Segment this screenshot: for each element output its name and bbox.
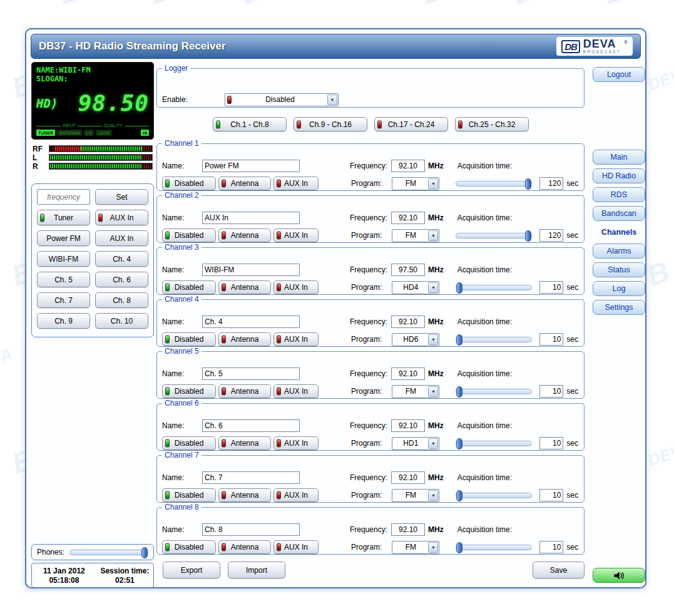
preset-button-ch4[interactable]: Ch. 4 bbox=[95, 251, 148, 267]
preset-button-power-fm[interactable]: Power FM bbox=[37, 230, 90, 246]
channel-frequency-input[interactable] bbox=[391, 419, 425, 432]
nav-item-settings[interactable]: Settings bbox=[593, 300, 645, 315]
channel-aux-in-button[interactable]: AUX In bbox=[273, 332, 319, 346]
channel-disabled-button[interactable]: Disabled bbox=[162, 332, 216, 346]
channel-frequency-input[interactable] bbox=[391, 212, 425, 224]
slider-thumb[interactable] bbox=[525, 178, 531, 190]
acquisition-time-input[interactable] bbox=[539, 281, 563, 294]
program-select[interactable]: HD1 ▼ bbox=[392, 437, 439, 450]
tab-ch25-ch32[interactable]: Ch.25 - Ch.32 bbox=[455, 117, 529, 131]
frequency-entry-input[interactable] bbox=[37, 189, 90, 205]
acquisition-time-input[interactable] bbox=[539, 437, 563, 449]
channel-disabled-button[interactable]: Disabled bbox=[162, 177, 216, 190]
program-select[interactable]: FM ▼ bbox=[392, 385, 439, 398]
acquisition-time-input[interactable] bbox=[539, 489, 563, 501]
channel-antenna-button[interactable]: Antenna bbox=[218, 488, 271, 502]
acquisition-time-input[interactable] bbox=[539, 541, 563, 553]
channel-name-input[interactable] bbox=[202, 264, 300, 276]
channel-frequency-input[interactable] bbox=[391, 367, 425, 380]
nav-item-main[interactable]: Main bbox=[593, 150, 645, 165]
logger-enable-select[interactable]: Disabled ▼ bbox=[225, 93, 339, 106]
acquisition-time-input[interactable] bbox=[539, 385, 563, 398]
slider-thumb[interactable] bbox=[456, 282, 462, 294]
slider-thumb[interactable] bbox=[141, 547, 148, 558]
preset-button-ch9[interactable]: Ch. 9 bbox=[37, 313, 90, 329]
phones-volume-slider[interactable] bbox=[69, 550, 148, 555]
channel-name-input[interactable] bbox=[202, 316, 300, 328]
nav-item-status[interactable]: Status bbox=[593, 262, 645, 277]
acquisition-time-slider[interactable] bbox=[456, 337, 532, 342]
tab-ch9-ch16[interactable]: Ch.9 - Ch.16 bbox=[294, 117, 367, 131]
channel-antenna-button[interactable]: Antenna bbox=[218, 436, 271, 450]
program-select[interactable]: FM ▼ bbox=[392, 229, 439, 242]
program-select[interactable]: HD6 ▼ bbox=[392, 333, 439, 346]
channel-antenna-button[interactable]: Antenna bbox=[218, 177, 271, 190]
acquisition-time-input[interactable] bbox=[539, 229, 563, 242]
channel-disabled-button[interactable]: Disabled bbox=[162, 228, 216, 242]
preset-button-ch10[interactable]: Ch. 10 bbox=[95, 313, 148, 329]
channel-frequency-input[interactable] bbox=[391, 316, 425, 328]
channel-aux-in-button[interactable]: AUX In bbox=[273, 540, 319, 554]
channel-disabled-button[interactable]: Disabled bbox=[162, 436, 216, 450]
acquisition-time-input[interactable] bbox=[539, 333, 563, 346]
nav-item-alarms[interactable]: Alarms bbox=[593, 244, 645, 259]
logout-button[interactable]: Logout bbox=[593, 67, 645, 82]
acquisition-time-slider[interactable] bbox=[456, 545, 532, 550]
nav-item-rds[interactable]: RDS bbox=[593, 187, 645, 202]
channel-name-input[interactable] bbox=[202, 523, 300, 536]
nav-item-hd-radio[interactable]: HD Radio bbox=[593, 168, 645, 183]
channel-name-input[interactable] bbox=[202, 160, 300, 172]
preset-button-ch7[interactable]: Ch. 7 bbox=[37, 292, 90, 308]
tab-ch17-ch24[interactable]: Ch.17 - Ch.24 bbox=[374, 117, 448, 131]
export-button[interactable]: Export bbox=[163, 562, 220, 578]
channel-frequency-input[interactable] bbox=[391, 471, 425, 484]
preset-button-ch8[interactable]: Ch. 8 bbox=[95, 292, 148, 308]
channel-disabled-button[interactable]: Disabled bbox=[162, 280, 216, 294]
import-button[interactable]: Import bbox=[228, 562, 285, 578]
channel-aux-in-button[interactable]: AUX In bbox=[273, 177, 319, 190]
channel-aux-in-button[interactable]: AUX In bbox=[273, 488, 319, 502]
aux-in-button[interactable]: AUX In bbox=[95, 210, 148, 225]
channel-disabled-button[interactable]: Disabled bbox=[162, 384, 216, 398]
channel-frequency-input[interactable] bbox=[391, 160, 425, 172]
set-button[interactable]: Set bbox=[95, 189, 148, 205]
acquisition-time-slider[interactable] bbox=[456, 233, 532, 239]
channel-antenna-button[interactable]: Antenna bbox=[218, 228, 271, 242]
program-select[interactable]: FM ▼ bbox=[392, 177, 439, 190]
channel-antenna-button[interactable]: Antenna bbox=[218, 384, 271, 398]
acquisition-time-slider[interactable] bbox=[456, 181, 532, 187]
nav-item-bandscan[interactable]: Bandscan bbox=[593, 206, 645, 221]
preset-button-wibi-fm[interactable]: WIBI-FM bbox=[37, 251, 90, 267]
program-select[interactable]: HD4 ▼ bbox=[392, 281, 439, 294]
acquisition-time-slider[interactable] bbox=[456, 493, 532, 498]
slider-thumb[interactable] bbox=[456, 490, 462, 501]
nav-item-log[interactable]: Log bbox=[593, 281, 645, 296]
channel-antenna-button[interactable]: Antenna bbox=[218, 280, 271, 294]
slider-thumb[interactable] bbox=[456, 542, 462, 553]
slider-thumb[interactable] bbox=[525, 230, 531, 242]
channel-antenna-button[interactable]: Antenna bbox=[218, 332, 271, 346]
channel-name-input[interactable] bbox=[202, 367, 300, 380]
acquisition-time-input[interactable] bbox=[539, 177, 563, 190]
channel-name-input[interactable] bbox=[202, 419, 300, 432]
slider-thumb[interactable] bbox=[456, 386, 462, 398]
preset-button-ch5[interactable]: Ch. 5 bbox=[37, 272, 90, 287]
tuner-button[interactable]: Tuner bbox=[37, 210, 90, 225]
slider-thumb[interactable] bbox=[456, 438, 462, 449]
channel-name-input[interactable] bbox=[202, 212, 300, 224]
channel-antenna-button[interactable]: Antenna bbox=[218, 540, 271, 554]
acquisition-time-slider[interactable] bbox=[456, 441, 532, 446]
channel-frequency-input[interactable] bbox=[391, 523, 425, 536]
channel-frequency-input[interactable] bbox=[391, 264, 425, 276]
audio-output-button[interactable] bbox=[593, 568, 645, 583]
slider-thumb[interactable] bbox=[456, 334, 462, 346]
nav-item-channels[interactable]: Channels bbox=[593, 225, 645, 240]
program-select[interactable]: FM ▼ bbox=[392, 541, 439, 554]
channel-aux-in-button[interactable]: AUX In bbox=[273, 436, 319, 450]
channel-disabled-button[interactable]: Disabled bbox=[162, 540, 216, 554]
channel-disabled-button[interactable]: Disabled bbox=[162, 488, 216, 502]
tab-ch1-ch8[interactable]: Ch.1 - Ch.8 bbox=[213, 117, 287, 131]
channel-name-input[interactable] bbox=[202, 471, 300, 484]
acquisition-time-slider[interactable] bbox=[456, 285, 532, 290]
program-select[interactable]: FM ▼ bbox=[392, 489, 439, 502]
